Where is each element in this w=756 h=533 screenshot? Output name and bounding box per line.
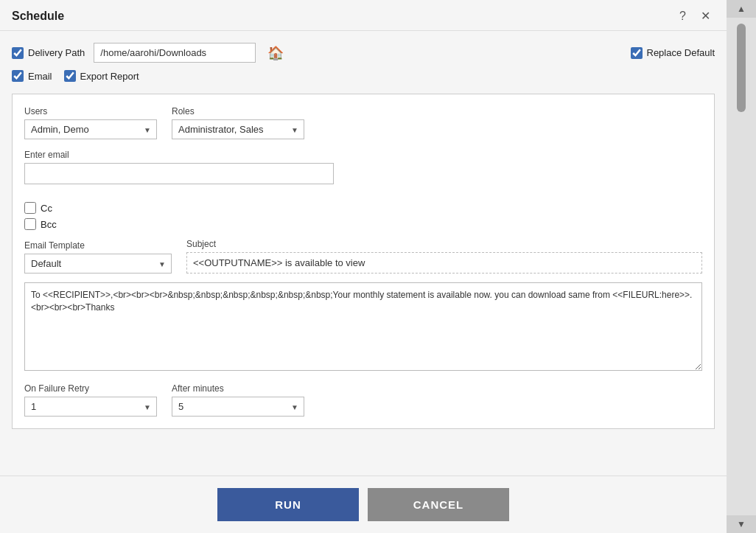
replace-default-checkbox[interactable] — [631, 47, 643, 59]
bcc-label: Bcc — [41, 219, 57, 230]
delivery-path-row: Delivery Path 🏠 Replace Default — [12, 43, 715, 63]
replace-default-checkbox-label[interactable]: Replace Default — [631, 47, 715, 59]
roles-select-wrapper: Administrator, Sales Administrator Sales — [172, 119, 304, 139]
email-template-group: Email Template Default — [24, 240, 172, 274]
email-body-textarea[interactable]: To <<RECIPIENT>>,<br><br><br>&nbsp;&nbsp… — [24, 282, 702, 371]
retry-select[interactable]: 1 2 3 5 — [24, 397, 157, 417]
dialog-header: Schedule ? ✕ — [0, 0, 727, 31]
delivery-path-checkbox-label[interactable]: Delivery Path — [12, 47, 85, 59]
cc-label: Cc — [41, 203, 52, 214]
users-label: Users — [24, 106, 157, 116]
email-options-row: Email Export Report — [12, 70, 715, 82]
enter-email-group: Enter email — [24, 150, 702, 193]
bcc-checkbox-label[interactable]: Bcc — [24, 218, 702, 230]
email-panel: Users Admin, Demo Admin Demo Roles — [12, 94, 715, 429]
roles-select[interactable]: Administrator, Sales Administrator Sales — [172, 119, 304, 139]
cc-checkbox-label[interactable]: Cc — [24, 202, 702, 214]
scroll-down-arrow[interactable]: ▼ — [727, 515, 756, 533]
users-roles-row: Users Admin, Demo Admin Demo Roles — [24, 106, 702, 139]
run-button[interactable]: RUN — [217, 488, 359, 521]
cc-checkbox[interactable] — [24, 202, 36, 214]
scroll-thumb[interactable] — [737, 24, 746, 112]
retry-select-wrapper: 1 2 3 5 — [24, 397, 157, 417]
header-icons: ? ✕ — [675, 7, 715, 24]
home-icon-button[interactable]: 🏠 — [265, 45, 287, 61]
email-checkbox-label[interactable]: Email — [12, 70, 52, 82]
export-report-checkbox-label[interactable]: Export Report — [64, 70, 139, 82]
users-group: Users Admin, Demo Admin Demo — [24, 106, 157, 139]
schedule-dialog: Schedule ? ✕ Delivery Path 🏠 Replace Def… — [0, 0, 727, 533]
roles-label: Roles — [172, 106, 304, 116]
subject-label: Subject — [186, 239, 702, 249]
enter-email-input[interactable] — [24, 163, 334, 184]
replace-default-label: Replace Default — [647, 47, 715, 58]
email-template-label: Email Template — [24, 240, 172, 251]
delivery-path-label: Delivery Path — [28, 47, 85, 58]
email-label: Email — [28, 71, 52, 82]
dialog-footer: RUN CANCEL — [0, 475, 727, 533]
subject-input[interactable] — [186, 252, 702, 274]
delivery-path-input[interactable] — [94, 43, 256, 63]
export-report-label: Export Report — [80, 71, 139, 82]
users-select-wrapper: Admin, Demo Admin Demo — [24, 119, 157, 139]
email-checkbox[interactable] — [12, 70, 24, 82]
retry-row: On Failure Retry 1 2 3 5 After minutes — [24, 383, 702, 417]
scrollbar: ▲ ▼ — [727, 0, 756, 533]
bcc-checkbox[interactable] — [24, 218, 36, 230]
users-select[interactable]: Admin, Demo Admin Demo — [24, 119, 157, 139]
retry-group: On Failure Retry 1 2 3 5 — [24, 383, 157, 417]
export-report-checkbox[interactable] — [64, 70, 76, 82]
scroll-track — [737, 18, 746, 515]
close-button[interactable]: ✕ — [696, 7, 715, 24]
delivery-path-checkbox[interactable] — [12, 47, 24, 59]
dialog-body: Delivery Path 🏠 Replace Default Email — [0, 31, 727, 475]
email-template-select[interactable]: Default — [24, 254, 172, 274]
minutes-group: After minutes 5 10 15 30 — [172, 383, 304, 417]
minutes-select-wrapper: 5 10 15 30 — [172, 397, 304, 417]
minutes-select[interactable]: 5 10 15 30 — [172, 397, 304, 417]
retry-label: On Failure Retry — [24, 383, 157, 394]
template-subject-row: Email Template Default Subject — [24, 239, 702, 274]
dialog-title: Schedule — [12, 10, 64, 23]
help-button[interactable]: ? — [675, 8, 690, 24]
scroll-up-arrow[interactable]: ▲ — [727, 0, 756, 18]
email-template-select-wrapper: Default — [24, 254, 172, 274]
minutes-label: After minutes — [172, 383, 304, 394]
subject-group: Subject — [186, 239, 702, 274]
cc-bcc-group: Cc Bcc — [24, 202, 702, 230]
cancel-button[interactable]: CANCEL — [368, 488, 509, 521]
roles-group: Roles Administrator, Sales Administrator… — [172, 106, 304, 139]
enter-email-label: Enter email — [24, 150, 702, 160]
